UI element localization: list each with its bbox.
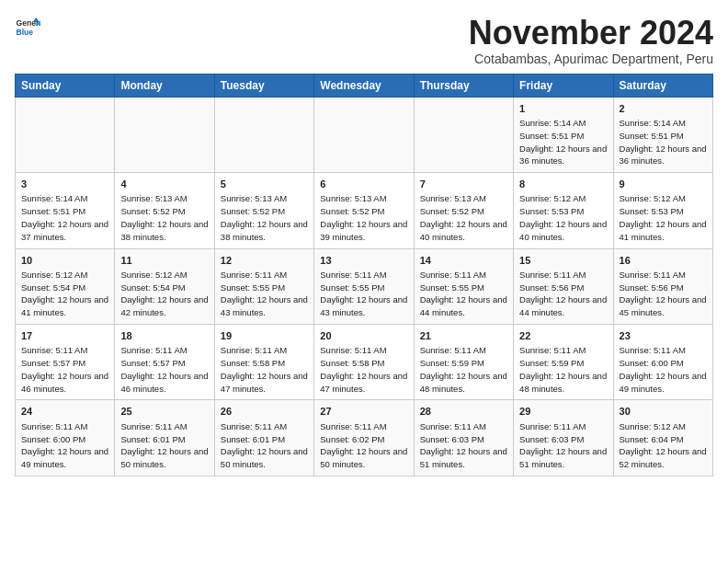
day-info: Sunrise: 5:13 AM Sunset: 5:52 PM Dayligh… (221, 192, 308, 243)
day-info: Sunrise: 5:11 AM Sunset: 6:01 PM Dayligh… (120, 420, 208, 471)
day-number: 16 (620, 254, 707, 268)
day-info: Sunrise: 5:11 AM Sunset: 6:00 PM Dayligh… (620, 344, 707, 395)
day-number: 29 (519, 405, 607, 419)
day-info: Sunrise: 5:11 AM Sunset: 5:58 PM Dayligh… (221, 344, 308, 395)
calendar-cell: 6Sunrise: 5:13 AM Sunset: 5:52 PM Daylig… (314, 173, 414, 248)
header-day-tuesday: Tuesday (214, 74, 313, 97)
calendar-cell: 21Sunrise: 5:11 AM Sunset: 5:59 PM Dayli… (414, 324, 513, 399)
calendar-cell: 26Sunrise: 5:11 AM Sunset: 6:01 PM Dayli… (214, 400, 313, 476)
day-info: Sunrise: 5:11 AM Sunset: 5:57 PM Dayligh… (120, 344, 208, 395)
svg-text:Blue: Blue (17, 28, 34, 37)
day-info: Sunrise: 5:11 AM Sunset: 5:59 PM Dayligh… (519, 344, 607, 395)
day-info: Sunrise: 5:11 AM Sunset: 6:03 PM Dayligh… (420, 420, 507, 471)
calendar-cell: 30Sunrise: 5:12 AM Sunset: 6:04 PM Dayli… (613, 400, 712, 476)
day-info: Sunrise: 5:11 AM Sunset: 5:57 PM Dayligh… (21, 344, 108, 395)
calendar-cell (16, 97, 115, 172)
day-info: Sunrise: 5:14 AM Sunset: 5:51 PM Dayligh… (620, 117, 707, 167)
calendar-cell: 15Sunrise: 5:11 AM Sunset: 5:56 PM Dayli… (514, 248, 613, 324)
calendar-cell: 8Sunrise: 5:12 AM Sunset: 5:53 PM Daylig… (514, 173, 613, 248)
day-info: Sunrise: 5:11 AM Sunset: 5:58 PM Dayligh… (320, 344, 407, 395)
day-number: 2 (620, 102, 707, 116)
calendar-cell: 3Sunrise: 5:14 AM Sunset: 5:51 PM Daylig… (16, 173, 115, 248)
day-number: 24 (21, 405, 108, 419)
calendar-week-1: 1Sunrise: 5:14 AM Sunset: 5:51 PM Daylig… (16, 97, 713, 172)
calendar-cell: 12Sunrise: 5:11 AM Sunset: 5:55 PM Dayli… (214, 248, 313, 324)
header-day-sunday: Sunday (16, 74, 115, 97)
day-number: 23 (620, 329, 707, 343)
day-number: 19 (221, 329, 308, 343)
day-info: Sunrise: 5:11 AM Sunset: 6:03 PM Dayligh… (519, 420, 607, 471)
day-info: Sunrise: 5:11 AM Sunset: 5:55 PM Dayligh… (320, 269, 407, 319)
calendar-cell: 9Sunrise: 5:12 AM Sunset: 5:53 PM Daylig… (613, 173, 712, 248)
calendar-cell: 16Sunrise: 5:11 AM Sunset: 5:56 PM Dayli… (613, 248, 712, 324)
day-info: Sunrise: 5:11 AM Sunset: 5:55 PM Dayligh… (420, 269, 507, 319)
calendar-cell: 29Sunrise: 5:11 AM Sunset: 6:03 PM Dayli… (514, 400, 613, 476)
day-number: 17 (21, 329, 108, 343)
day-number: 5 (221, 178, 308, 191)
day-number: 3 (21, 178, 108, 191)
day-number: 26 (221, 405, 308, 419)
calendar-week-2: 3Sunrise: 5:14 AM Sunset: 5:51 PM Daylig… (16, 173, 713, 248)
day-number: 12 (221, 254, 308, 268)
header-day-monday: Monday (115, 74, 214, 97)
day-info: Sunrise: 5:12 AM Sunset: 5:54 PM Dayligh… (120, 269, 208, 319)
page-header: General Blue November 2024 Cotabambas, A… (15, 15, 713, 66)
day-number: 11 (120, 254, 208, 268)
calendar-cell: 24Sunrise: 5:11 AM Sunset: 6:00 PM Dayli… (16, 400, 115, 476)
day-number: 20 (320, 329, 407, 343)
calendar-cell: 10Sunrise: 5:12 AM Sunset: 5:54 PM Dayli… (16, 248, 115, 324)
calendar-cell: 28Sunrise: 5:11 AM Sunset: 6:03 PM Dayli… (414, 400, 513, 476)
day-number: 27 (320, 405, 407, 419)
day-number: 7 (420, 178, 507, 191)
calendar-week-3: 10Sunrise: 5:12 AM Sunset: 5:54 PM Dayli… (16, 248, 713, 324)
day-info: Sunrise: 5:11 AM Sunset: 5:56 PM Dayligh… (620, 269, 707, 319)
calendar-table: SundayMondayTuesdayWednesdayThursdayFrid… (15, 74, 713, 477)
calendar-cell (214, 97, 313, 172)
day-number: 1 (519, 102, 607, 116)
day-number: 15 (519, 254, 607, 268)
calendar-cell: 18Sunrise: 5:11 AM Sunset: 5:57 PM Dayli… (115, 324, 214, 399)
day-number: 28 (420, 405, 507, 419)
calendar-cell: 11Sunrise: 5:12 AM Sunset: 5:54 PM Dayli… (115, 248, 214, 324)
calendar-cell: 14Sunrise: 5:11 AM Sunset: 5:55 PM Dayli… (414, 248, 513, 324)
day-info: Sunrise: 5:13 AM Sunset: 5:52 PM Dayligh… (120, 192, 208, 243)
day-info: Sunrise: 5:13 AM Sunset: 5:52 PM Dayligh… (320, 192, 407, 243)
logo-icon: General Blue (15, 15, 40, 40)
day-number: 18 (120, 329, 208, 343)
day-number: 10 (21, 254, 108, 268)
logo: General Blue (15, 15, 40, 40)
day-info: Sunrise: 5:12 AM Sunset: 5:53 PM Dayligh… (519, 192, 607, 243)
day-info: Sunrise: 5:11 AM Sunset: 5:55 PM Dayligh… (221, 269, 308, 319)
day-number: 9 (620, 178, 707, 191)
title-block: November 2024 Cotabambas, Apurimac Depar… (469, 15, 713, 66)
calendar-cell: 2Sunrise: 5:14 AM Sunset: 5:51 PM Daylig… (613, 97, 712, 172)
day-info: Sunrise: 5:14 AM Sunset: 5:51 PM Dayligh… (21, 192, 108, 243)
page-title: November 2024 (469, 15, 713, 52)
page-subtitle: Cotabambas, Apurimac Department, Peru (469, 52, 713, 66)
calendar-cell: 7Sunrise: 5:13 AM Sunset: 5:52 PM Daylig… (414, 173, 513, 248)
day-info: Sunrise: 5:14 AM Sunset: 5:51 PM Dayligh… (519, 117, 607, 167)
day-info: Sunrise: 5:12 AM Sunset: 6:04 PM Dayligh… (620, 420, 707, 471)
calendar-cell: 17Sunrise: 5:11 AM Sunset: 5:57 PM Dayli… (16, 324, 115, 399)
calendar-cell: 25Sunrise: 5:11 AM Sunset: 6:01 PM Dayli… (115, 400, 214, 476)
day-info: Sunrise: 5:11 AM Sunset: 5:59 PM Dayligh… (420, 344, 507, 395)
calendar-cell: 13Sunrise: 5:11 AM Sunset: 5:55 PM Dayli… (314, 248, 414, 324)
header-day-wednesday: Wednesday (314, 74, 414, 97)
calendar-cell: 20Sunrise: 5:11 AM Sunset: 5:58 PM Dayli… (314, 324, 414, 399)
day-info: Sunrise: 5:11 AM Sunset: 6:01 PM Dayligh… (221, 420, 308, 471)
day-number: 14 (420, 254, 507, 268)
calendar-week-5: 24Sunrise: 5:11 AM Sunset: 6:00 PM Dayli… (16, 400, 713, 476)
calendar-cell: 5Sunrise: 5:13 AM Sunset: 5:52 PM Daylig… (214, 173, 313, 248)
calendar-cell (115, 97, 214, 172)
calendar-cell: 1Sunrise: 5:14 AM Sunset: 5:51 PM Daylig… (514, 97, 613, 172)
calendar-cell: 27Sunrise: 5:11 AM Sunset: 6:02 PM Dayli… (314, 400, 414, 476)
day-info: Sunrise: 5:11 AM Sunset: 6:00 PM Dayligh… (21, 420, 108, 471)
day-number: 21 (420, 329, 507, 343)
calendar-cell: 22Sunrise: 5:11 AM Sunset: 5:59 PM Dayli… (514, 324, 613, 399)
day-number: 13 (320, 254, 407, 268)
day-number: 30 (620, 405, 707, 419)
day-info: Sunrise: 5:11 AM Sunset: 5:56 PM Dayligh… (519, 269, 607, 319)
day-info: Sunrise: 5:12 AM Sunset: 5:53 PM Dayligh… (620, 192, 707, 243)
calendar-cell: 19Sunrise: 5:11 AM Sunset: 5:58 PM Dayli… (214, 324, 313, 399)
calendar-cell (414, 97, 513, 172)
